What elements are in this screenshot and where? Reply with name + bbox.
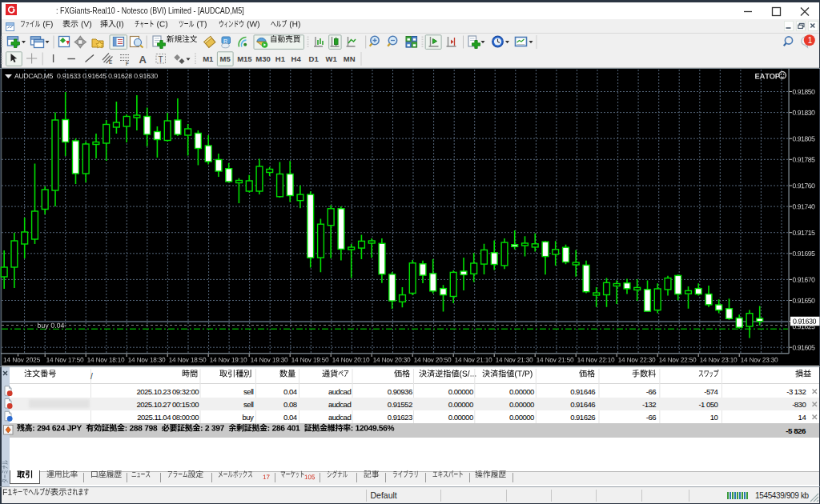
svg-text:1: 1 bbox=[808, 36, 813, 45]
